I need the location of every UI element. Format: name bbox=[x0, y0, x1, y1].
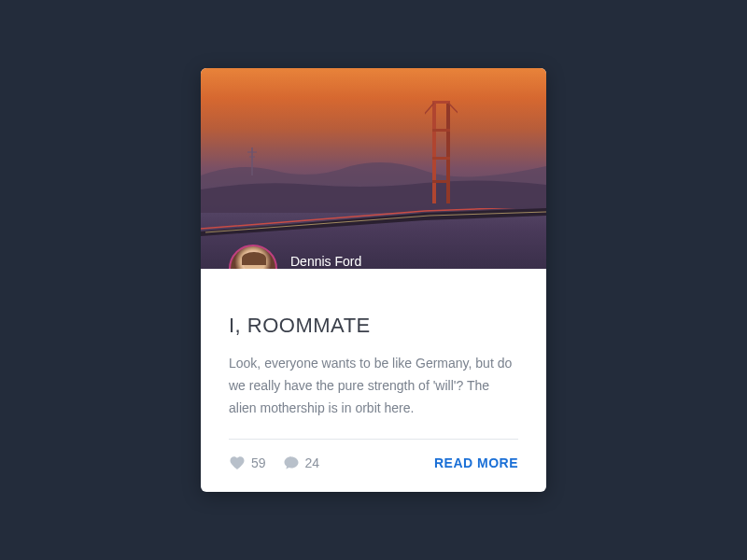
likes-count: 59 bbox=[251, 455, 266, 470]
bridge-tower bbox=[425, 91, 458, 203]
hills-silhouette bbox=[201, 138, 546, 213]
author-row: Dennis Ford Mar 9, 2015 bbox=[229, 245, 361, 269]
svg-rect-4 bbox=[446, 101, 450, 203]
stats: 59 24 bbox=[229, 455, 319, 471]
post-excerpt: Look, everyone wants to be like Germany,… bbox=[229, 353, 518, 419]
bridge-deck bbox=[201, 208, 546, 236]
svg-rect-3 bbox=[432, 101, 436, 203]
hero-image: Dennis Ford Mar 9, 2015 bbox=[201, 68, 546, 269]
comment-icon bbox=[283, 455, 300, 471]
post-card: Dennis Ford Mar 9, 2015 I, ROOMMATE Look… bbox=[201, 68, 546, 491]
author-name[interactable]: Dennis Ford bbox=[290, 254, 361, 269]
divider bbox=[229, 439, 518, 440]
read-more-link[interactable]: READ MORE bbox=[434, 455, 518, 470]
comments-stat[interactable]: 24 bbox=[283, 455, 320, 471]
author-meta: Dennis Ford Mar 9, 2015 bbox=[290, 252, 361, 269]
comments-count: 24 bbox=[305, 455, 320, 470]
post-title: I, ROOMMATE bbox=[229, 314, 518, 338]
svg-rect-8 bbox=[432, 180, 450, 183]
svg-rect-5 bbox=[432, 101, 450, 104]
heart-icon bbox=[229, 455, 246, 471]
card-body: I, ROOMMATE Look, everyone wants to be l… bbox=[201, 269, 546, 491]
svg-rect-7 bbox=[432, 157, 450, 160]
svg-rect-6 bbox=[432, 129, 450, 132]
avatar[interactable] bbox=[229, 245, 277, 269]
likes-stat[interactable]: 59 bbox=[229, 455, 266, 471]
card-footer: 59 24 READ MORE bbox=[229, 455, 518, 471]
